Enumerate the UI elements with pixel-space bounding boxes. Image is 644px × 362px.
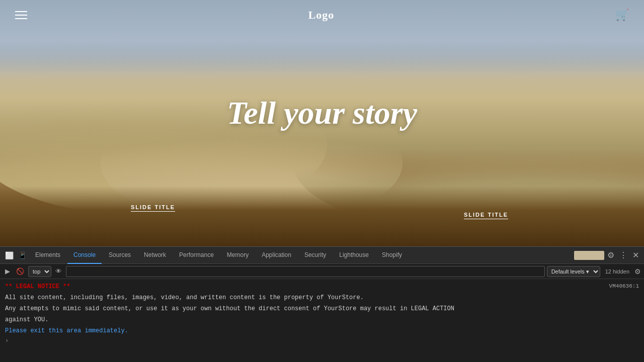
devtools-tabbar: ⬜ 📱 Elements Console Sources Network Per… bbox=[0, 247, 644, 264]
console-execute-icon[interactable]: ▶ bbox=[3, 267, 12, 275]
tab-console[interactable]: Console bbox=[67, 247, 102, 264]
slide-title-left-text: SLIDE TITLE bbox=[131, 204, 175, 212]
console-line-notice-header: ** LEGAL NOTICE ** VM40636:1 bbox=[0, 281, 644, 292]
hero-title: Tell your story bbox=[227, 95, 417, 132]
source-ref: VM40636:1 bbox=[604, 282, 639, 291]
website-preview: Logo 🛒 Tell your story SLIDE TITLE SLIDE… bbox=[0, 0, 644, 246]
hamburger-line-3 bbox=[15, 18, 27, 19]
tab-shopify[interactable]: Shopify bbox=[376, 247, 408, 264]
devtools-panel: ⬜ 📱 Elements Console Sources Network Per… bbox=[0, 246, 644, 362]
console-line-notice-exit: Please exit this area immediately. bbox=[0, 325, 644, 336]
devtools-more-icon[interactable]: ⋮ bbox=[617, 250, 629, 260]
legal-notice-line1: All site content, including files, image… bbox=[5, 293, 364, 302]
console-settings-icon[interactable]: ⚙ bbox=[634, 267, 641, 276]
console-line-notice-1: All site content, including files, image… bbox=[0, 292, 644, 303]
slide-title-right: SLIDE TITLE bbox=[464, 210, 508, 219]
slide-title-right-text: SLIDE TITLE bbox=[464, 212, 508, 219]
hamburger-line-2 bbox=[15, 15, 27, 16]
ground-dark bbox=[0, 186, 644, 246]
color-swatch bbox=[574, 251, 604, 260]
tab-application[interactable]: Application bbox=[256, 247, 297, 264]
legal-notice-exit: Please exit this area immediately. bbox=[5, 326, 128, 335]
hidden-count: 12 hidden bbox=[602, 268, 632, 275]
device-toggle-button[interactable]: 📱 bbox=[16, 249, 28, 261]
console-output: ** LEGAL NOTICE ** VM40636:1 All site co… bbox=[0, 279, 644, 362]
tab-performance[interactable]: Performance bbox=[173, 247, 220, 264]
legal-notice-line2b: against YOU. bbox=[5, 315, 48, 324]
console-line-notice-2: Any attempts to mimic said content, or u… bbox=[0, 303, 644, 314]
tab-elements[interactable]: Elements bbox=[29, 247, 66, 264]
slide-title-left: SLIDE TITLE bbox=[131, 202, 175, 211]
tab-memory[interactable]: Memory bbox=[221, 247, 255, 264]
console-line-notice-2b: against YOU. bbox=[0, 314, 644, 325]
hero-section: Tell your story bbox=[227, 95, 417, 132]
tab-lighthouse[interactable]: Lighthouse bbox=[333, 247, 375, 264]
console-filter-bar: ▶ 🚫 top 👁 Default levels ▾ 12 hidden ⚙ bbox=[0, 264, 644, 279]
devtools-settings-icon[interactable]: ⚙ bbox=[605, 250, 616, 260]
devtools-close-icon[interactable]: ✕ bbox=[630, 250, 641, 260]
tab-sources[interactable]: Sources bbox=[103, 247, 137, 264]
console-clear-icon[interactable]: 🚫 bbox=[14, 267, 26, 275]
hamburger-menu[interactable] bbox=[15, 11, 27, 19]
legal-notice-header: ** LEGAL NOTICE ** bbox=[5, 282, 70, 291]
inspect-element-button[interactable]: ⬜ bbox=[3, 249, 15, 261]
hamburger-line-1 bbox=[15, 11, 27, 12]
console-input[interactable] bbox=[66, 266, 545, 277]
frame-context-select[interactable]: top bbox=[28, 266, 51, 277]
console-prompt-arrow: › bbox=[5, 337, 9, 344]
cart-icon[interactable]: 🛒 bbox=[615, 9, 629, 22]
console-level-select[interactable]: Default levels ▾ bbox=[547, 266, 600, 277]
navbar: Logo 🛒 bbox=[0, 0, 644, 30]
tab-security[interactable]: Security bbox=[298, 247, 332, 264]
legal-notice-line2: Any attempts to mimic said content, or u… bbox=[5, 304, 454, 313]
console-prompt-line: › bbox=[0, 336, 644, 345]
site-logo[interactable]: Logo bbox=[308, 9, 335, 22]
tab-network[interactable]: Network bbox=[138, 247, 172, 264]
console-eye-icon[interactable]: 👁 bbox=[53, 267, 64, 275]
